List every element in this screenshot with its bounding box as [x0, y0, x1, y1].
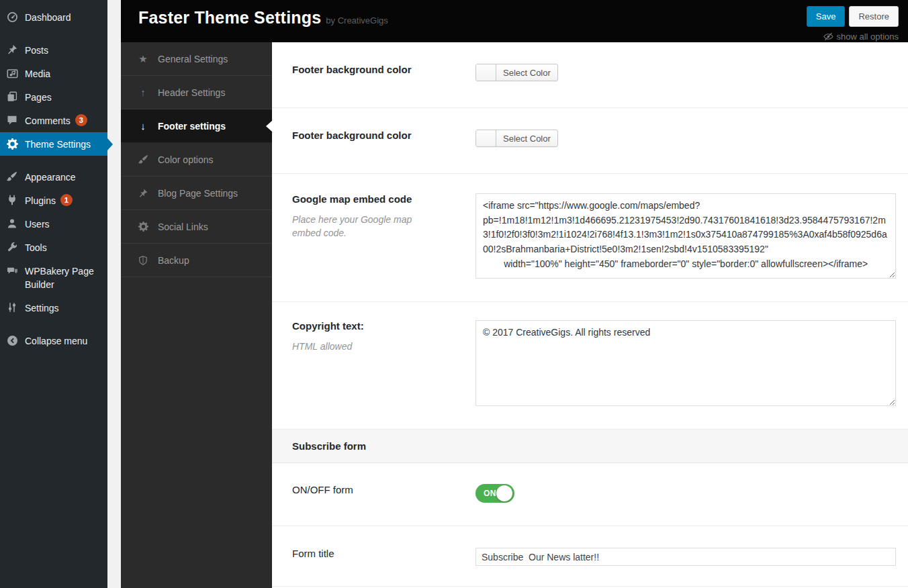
sidebar-item-tools[interactable]: Tools: [0, 236, 107, 259]
select-color-label: Select Color: [496, 130, 557, 146]
sidebar-item-pages[interactable]: Pages: [0, 85, 107, 109]
field-label: Form title: [292, 548, 475, 559]
sidebar-item-wpbakery[interactable]: WPBakery Page Builder: [0, 259, 107, 296]
header-actions: SaveRestore show all options: [807, 6, 899, 42]
tab-label: Social Links: [158, 222, 208, 232]
comments-count-badge: 3: [75, 114, 87, 126]
toggle-state-label: ON: [484, 489, 496, 498]
form-title-row: Form title: [272, 526, 908, 587]
field-description: Place here your Google map embed code.: [292, 213, 437, 240]
pages-icon: [5, 90, 19, 103]
plug-icon: [5, 193, 19, 207]
subscribe-form-section-heading: Subscribe form: [272, 430, 908, 463]
pushpin-icon: [5, 43, 19, 56]
field-label: Copyright text:: [292, 320, 475, 332]
sidebar-item-label: Collapse menu: [25, 334, 87, 348]
sidebar-item-users[interactable]: Users: [0, 212, 107, 236]
onoff-form-row: ON/OFF form ON: [272, 463, 908, 526]
gear-icon: [5, 137, 19, 150]
field-description: HTML allowed: [292, 340, 437, 353]
wp-admin-sidebar: Dashboard Posts Media Pages Comments: [0, 0, 107, 588]
sidebar-item-plugins[interactable]: Plugins 1: [0, 189, 107, 212]
color-swatch: [476, 130, 496, 146]
arrow-up-icon: ↑: [136, 87, 150, 98]
google-map-embed-textarea[interactable]: <iframe src="https://www.google.com/maps…: [475, 193, 896, 279]
copyright-text-row: Copyright text: HTML allowed © 2017 Crea…: [272, 302, 908, 430]
field-label: ON/OFF form: [292, 484, 475, 495]
field-label: Google map embed code: [292, 193, 475, 205]
collapse-arrow-icon: [5, 334, 19, 347]
tab-label: Header Settings: [158, 87, 225, 98]
google-map-embed-row: Google map embed code Place here your Go…: [272, 174, 908, 302]
sidebar-item-label: Tools: [25, 240, 47, 254]
save-button[interactable]: Save: [807, 6, 846, 27]
sidebar-item-label: Pages: [25, 90, 52, 104]
copyright-textarea[interactable]: © 2017 CreativeGigs. All rights reserved: [475, 320, 896, 406]
tab-backup[interactable]: Backup: [121, 244, 272, 277]
sidebar-item-label: WPBakery Page Builder: [25, 264, 103, 291]
sidebar-item-dashboard[interactable]: Dashboard: [0, 5, 107, 29]
tab-label: Backup: [158, 255, 189, 266]
sidebar-item-collapse-menu[interactable]: Collapse menu: [0, 329, 107, 352]
onoff-form-toggle[interactable]: ON: [475, 484, 514, 503]
select-color-button-1[interactable]: Select Color: [475, 64, 558, 81]
tab-header-settings[interactable]: ↑ Header Settings: [121, 76, 272, 109]
tab-general-settings[interactable]: ★ General Settings: [121, 42, 272, 76]
sidebar-item-media[interactable]: Media: [0, 62, 107, 85]
select-color-label: Select Color: [496, 64, 557, 81]
tab-label: General Settings: [158, 54, 228, 64]
shield-icon: [136, 256, 150, 265]
sidebar-item-label: Posts: [25, 43, 48, 57]
sidebar-item-posts[interactable]: Posts: [0, 38, 107, 62]
tab-color-options[interactable]: Color options: [121, 143, 272, 177]
field-label: Footer background color: [292, 64, 475, 75]
sidebar-item-label: Settings: [25, 301, 59, 315]
tab-label: Footer settings: [158, 121, 226, 132]
sidebar-item-label: Comments: [25, 113, 71, 128]
tab-social-links[interactable]: Social Links: [121, 210, 272, 244]
sidebar-item-label: Media: [25, 66, 50, 81]
sidebar-item-appearance[interactable]: Appearance: [0, 165, 107, 189]
sidebar-item-label: Dashboard: [25, 10, 71, 24]
sidebar-item-label: Theme Settings: [25, 137, 91, 151]
pushpin-icon: [136, 189, 150, 198]
color-swatch: [476, 64, 496, 81]
footer-background-color-row-1: Footer background color Select Color: [272, 42, 908, 108]
field-label: Footer background color: [292, 130, 475, 141]
tab-blog-page-settings[interactable]: Blog Page Settings: [121, 177, 272, 210]
sidebar-item-label: Appearance: [25, 170, 76, 184]
settings-content: Footer background color Select Color Foo…: [272, 42, 908, 588]
media-icon: [5, 66, 19, 80]
tab-footer-settings[interactable]: ↓ Footer settings: [121, 109, 272, 143]
brush-icon: [136, 154, 150, 164]
arrow-down-icon: ↓: [136, 120, 150, 132]
eye-off-icon: [823, 32, 833, 42]
restore-button[interactable]: Restore: [849, 6, 899, 27]
sidebar-item-label: Users: [25, 217, 50, 231]
theme-settings-tabs: ★ General Settings ↑ Header Settings ↓ F…: [121, 42, 272, 588]
dashboard-icon: [5, 10, 19, 23]
theme-settings-header: Faster Theme Settingsby CreativeGigs Sav…: [121, 0, 908, 42]
show-all-options-label: show all options: [837, 32, 899, 42]
form-title-input[interactable]: [475, 548, 896, 566]
sidebar-item-theme-settings[interactable]: Theme Settings: [0, 132, 107, 156]
sliders-icon: [5, 301, 19, 314]
footer-background-color-row-2: Footer background color Select Color: [272, 108, 908, 174]
page-title-byline: by CreativeGigs: [326, 15, 388, 26]
select-color-button-2[interactable]: Select Color: [475, 130, 558, 147]
brush-icon: [5, 170, 19, 183]
wrench-icon: [5, 240, 19, 254]
sidebar-item-settings[interactable]: Settings: [0, 296, 107, 320]
sidebar-item-label: Plugins: [25, 193, 56, 207]
content-background-gap: [107, 0, 121, 588]
page-title-text: Faster Theme Settings: [138, 8, 321, 27]
gear-icon: [136, 222, 150, 232]
chat-bubbles-icon: [5, 264, 19, 277]
sidebar-item-comments[interactable]: Comments 3: [0, 109, 107, 132]
show-all-options-link[interactable]: show all options: [807, 32, 899, 42]
star-icon: ★: [136, 53, 150, 65]
page-title: Faster Theme Settingsby CreativeGigs: [138, 8, 388, 28]
user-icon: [5, 217, 19, 230]
toggle-knob: [496, 485, 512, 501]
comment-bubble-icon: [5, 113, 19, 127]
